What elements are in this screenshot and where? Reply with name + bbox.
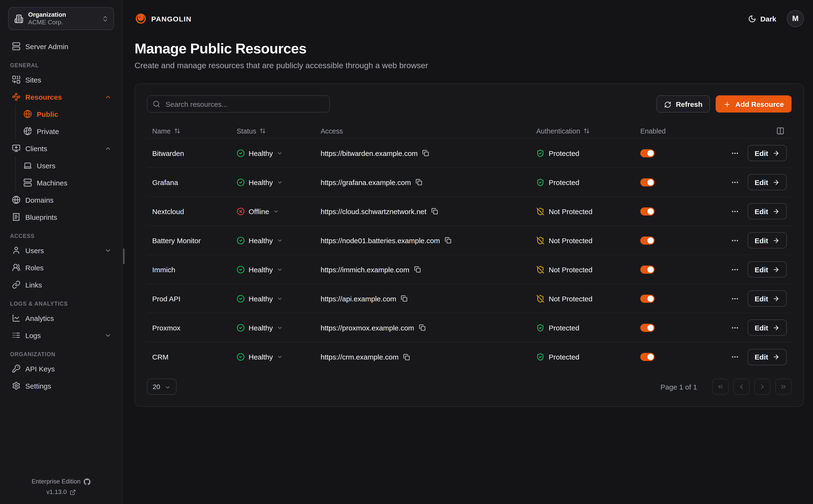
sidebar-item-api-keys[interactable]: API Keys (7, 360, 115, 377)
row-menu-button[interactable] (731, 353, 739, 361)
edit-button[interactable]: Edit (747, 319, 787, 336)
edit-button[interactable]: Edit (747, 174, 787, 190)
edition-link[interactable]: Enterprise Edition (0, 476, 122, 487)
enabled-toggle[interactable] (640, 265, 655, 273)
enabled-toggle[interactable] (640, 353, 655, 361)
edit-button[interactable]: Edit (747, 261, 787, 278)
status-dropdown[interactable]: Healthy (237, 236, 283, 244)
sidebar-item-sites[interactable]: Sites (7, 71, 115, 88)
status-dropdown[interactable]: Healthy (237, 353, 283, 361)
column-header-authentication[interactable]: Authentication (536, 127, 640, 135)
avatar[interactable]: M (787, 10, 804, 27)
last-page-button[interactable] (775, 379, 792, 395)
first-page-button[interactable] (712, 379, 729, 395)
auth-cell: Protected (536, 324, 640, 332)
column-header-name[interactable]: Name (147, 127, 237, 135)
sidebar-item-clients[interactable]: Clients (7, 140, 115, 157)
arrow-up-down-icon (174, 128, 180, 134)
sidebar-item-links[interactable]: Links (7, 276, 115, 293)
enabled-toggle[interactable] (640, 178, 655, 186)
shield-check-icon (536, 178, 544, 186)
moon-icon (748, 14, 756, 23)
row-menu-button[interactable] (731, 207, 739, 215)
enabled-toggle[interactable] (640, 236, 655, 244)
enabled-toggle[interactable] (640, 324, 655, 332)
edit-button[interactable]: Edit (747, 232, 787, 248)
card-toolbar: Refresh Add Resource (147, 95, 792, 113)
chevron-left-icon (738, 383, 745, 391)
copy-url-button[interactable] (431, 208, 438, 215)
copy-url-button[interactable] (403, 354, 410, 360)
sidebar-item-users[interactable]: Users (7, 242, 115, 259)
receipt-text-icon (12, 213, 21, 221)
status-label: Healthy (248, 324, 273, 332)
sidebar-item-blueprints[interactable]: Blueprints (7, 208, 115, 226)
shield-check-icon (536, 324, 544, 332)
theme-toggle-button[interactable]: Dark (748, 14, 776, 23)
status-dropdown[interactable]: Healthy (237, 265, 283, 273)
status-dropdown[interactable]: Offline (237, 207, 279, 215)
sidebar-item-resources[interactable]: Resources (7, 88, 115, 105)
row-menu-button[interactable] (731, 236, 739, 244)
enabled-toggle[interactable] (640, 294, 655, 303)
resource-name: Nextcloud (147, 207, 237, 215)
chevrons-left-icon (717, 383, 724, 391)
row-menu-button[interactable] (731, 324, 739, 332)
status-dropdown[interactable]: Healthy (237, 178, 283, 186)
ellipsis-icon (731, 294, 739, 303)
section-title: LOGS & ANALYTICS (7, 301, 115, 307)
version-link[interactable]: v1.13.0 (0, 487, 122, 497)
brand[interactable]: PANGOLIN (134, 12, 191, 25)
org-switcher[interactable]: Organization ACME Corp. (8, 7, 114, 30)
sidebar-item-users[interactable]: Users (16, 157, 115, 174)
row-menu-button[interactable] (731, 294, 739, 303)
column-header-status[interactable]: Status (237, 127, 320, 135)
edit-button[interactable]: Edit (747, 290, 787, 307)
status-dropdown[interactable]: Healthy (237, 149, 283, 157)
copy-url-button[interactable] (401, 295, 408, 302)
copy-url-button[interactable] (416, 179, 423, 185)
sidebar-item-server-admin[interactable]: Server Admin (7, 38, 115, 55)
add-resource-button[interactable]: Add Resource (716, 95, 792, 113)
row-menu-button[interactable] (731, 178, 739, 186)
edit-button[interactable]: Edit (747, 349, 787, 365)
status-dropdown[interactable]: Healthy (237, 294, 283, 303)
row-menu-button[interactable] (731, 265, 739, 273)
plus-icon (724, 101, 731, 108)
chevron-down-icon (104, 247, 112, 254)
toggle-columns-button[interactable] (776, 127, 784, 135)
copy-url-button[interactable] (419, 324, 426, 331)
circle-check-icon (237, 149, 245, 157)
sidebar-item-settings[interactable]: Settings (7, 377, 115, 394)
ellipsis-icon (731, 207, 739, 215)
server-icon (12, 42, 21, 51)
status-dropdown[interactable]: Healthy (237, 324, 283, 332)
copy-icon (431, 208, 438, 215)
copy-url-button[interactable] (414, 266, 421, 273)
edit-button[interactable]: Edit (747, 145, 787, 161)
row-menu-button[interactable] (731, 149, 739, 157)
sidebar-item-private[interactable]: Private (16, 123, 115, 140)
enabled-toggle[interactable] (640, 149, 655, 157)
arrow-right-icon (772, 149, 780, 157)
page-size-select[interactable]: 20 (147, 379, 176, 395)
auth-label: Protected (549, 178, 579, 186)
refresh-icon (664, 100, 672, 108)
copy-icon (416, 179, 423, 185)
sidebar-item-roles[interactable]: Roles (7, 259, 115, 276)
table-body: Bitwarden Healthy https://bitwarden.exam… (147, 139, 792, 371)
sidebar-item-logs[interactable]: Logs (7, 327, 115, 344)
prev-page-button[interactable] (733, 379, 750, 395)
edit-button[interactable]: Edit (747, 203, 787, 219)
copy-url-button[interactable] (445, 237, 451, 244)
sidebar-item-public[interactable]: Public (16, 105, 115, 123)
enabled-toggle[interactable] (640, 207, 655, 215)
sidebar-item-analytics[interactable]: Analytics (7, 309, 115, 327)
refresh-button[interactable]: Refresh (657, 95, 710, 113)
next-page-button[interactable] (754, 379, 771, 395)
sidebar-item-domains[interactable]: Domains (7, 191, 115, 208)
copy-url-button[interactable] (423, 150, 429, 156)
sidebar-item-machines[interactable]: Machines (16, 174, 115, 191)
status-label: Healthy (248, 265, 273, 273)
search-input[interactable] (147, 95, 330, 113)
